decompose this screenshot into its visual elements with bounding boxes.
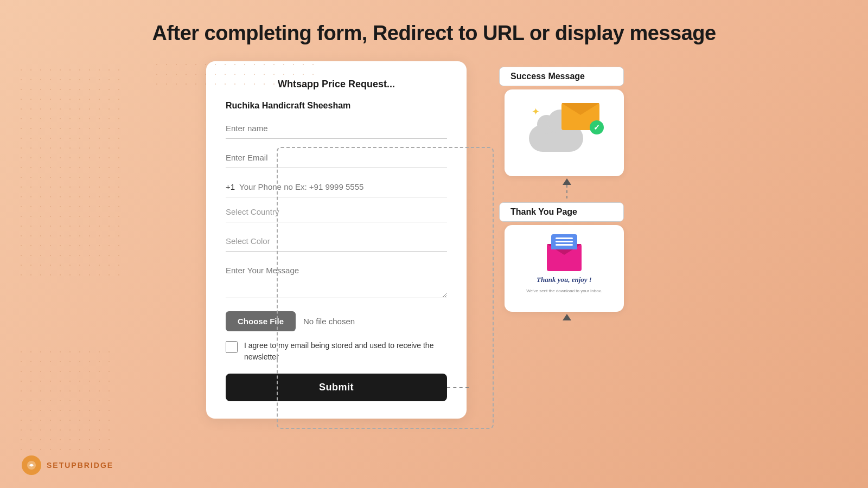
- country-select[interactable]: Select Country: [226, 202, 447, 222]
- ty-line-3: [556, 244, 573, 246]
- phone-wrapper: +1: [226, 177, 447, 197]
- dots-decoration-top-center: [152, 60, 315, 92]
- thankyou-card: Thank you, enjoy ! We've sent the downlo…: [505, 225, 624, 312]
- h-connector: [447, 387, 469, 388]
- message-textarea[interactable]: [226, 260, 447, 298]
- checkbox-row: I agree to my email being stored and use…: [226, 340, 447, 363]
- country-field-wrapper: Select Country: [226, 202, 447, 227]
- success-illustration: ✦ ✓: [529, 103, 599, 163]
- name-field-wrapper: [226, 118, 447, 143]
- sparkle-icon: ✦: [532, 106, 540, 118]
- form-card: Whtsapp Price Request... Ruchika Handicr…: [206, 61, 467, 419]
- ty-line-1: [556, 237, 573, 239]
- thankyou-label: Thank You Page: [499, 202, 624, 222]
- checkbox-label: I agree to my email being stored and use…: [244, 340, 447, 363]
- email-field-wrapper: [226, 147, 447, 172]
- ty-envelope-body: [547, 244, 582, 271]
- no-file-text: No file chosen: [303, 317, 355, 326]
- envelope-body: ✓: [561, 103, 599, 130]
- right-flow-section: Success Message ✦ ✓: [499, 67, 662, 320]
- arrow-connector-top: [505, 178, 629, 200]
- envelope-icon: ✓: [561, 103, 599, 130]
- phone-input[interactable]: [239, 177, 447, 197]
- submit-button[interactable]: Submit: [226, 374, 447, 401]
- dots-decoration-bottom-left: [16, 347, 114, 455]
- success-card: ✦ ✓: [505, 89, 624, 176]
- thankyou-flow-block: Thank You Page Than: [499, 202, 624, 312]
- file-upload-row: Choose File No file chosen: [226, 311, 447, 331]
- thankyou-text: Thank you, enjoy !: [537, 275, 592, 284]
- ty-line-2: [556, 241, 573, 242]
- product-name: Ruchika Handicraft Sheesham: [226, 101, 447, 111]
- message-field-wrapper: [226, 260, 447, 307]
- success-label: Success Message: [499, 67, 624, 86]
- newsletter-checkbox[interactable]: [226, 341, 238, 353]
- name-input[interactable]: [226, 118, 447, 139]
- thankyou-sub: We've sent the download to your Inbox.: [526, 288, 602, 293]
- envelope-flap: [561, 103, 599, 115]
- page-title: After completing form, Redirect to URL o…: [0, 0, 868, 56]
- success-flow-block: Success Message ✦ ✓: [499, 67, 624, 176]
- email-input[interactable]: [226, 147, 447, 168]
- phone-prefix: +1: [226, 177, 239, 197]
- logo-text: SETUPBRIDGE: [47, 461, 113, 470]
- check-icon: ✓: [590, 120, 604, 134]
- logo-icon: [22, 455, 41, 475]
- ty-letter: [551, 234, 577, 249]
- thankyou-illustration: Thank you, enjoy ! We've sent the downlo…: [520, 237, 609, 300]
- arrow-up-icon-2: [563, 314, 571, 320]
- main-content: Whtsapp Price Request... Ruchika Handicr…: [0, 61, 868, 419]
- thankyou-envelope-icon: [547, 244, 582, 271]
- logo-area: SETUPBRIDGE: [22, 455, 113, 475]
- submit-row: Submit: [226, 374, 447, 401]
- arrow-up-icon: [563, 178, 571, 185]
- color-select[interactable]: Select Color: [226, 231, 447, 252]
- arrow-connector-bottom: [505, 314, 629, 320]
- color-field-wrapper: Select Color: [226, 231, 447, 256]
- logo-svg: [26, 460, 37, 471]
- choose-file-button[interactable]: Choose File: [226, 311, 296, 331]
- dashed-line-vertical-top: [566, 185, 567, 200]
- dots-decoration-left: [16, 65, 125, 282]
